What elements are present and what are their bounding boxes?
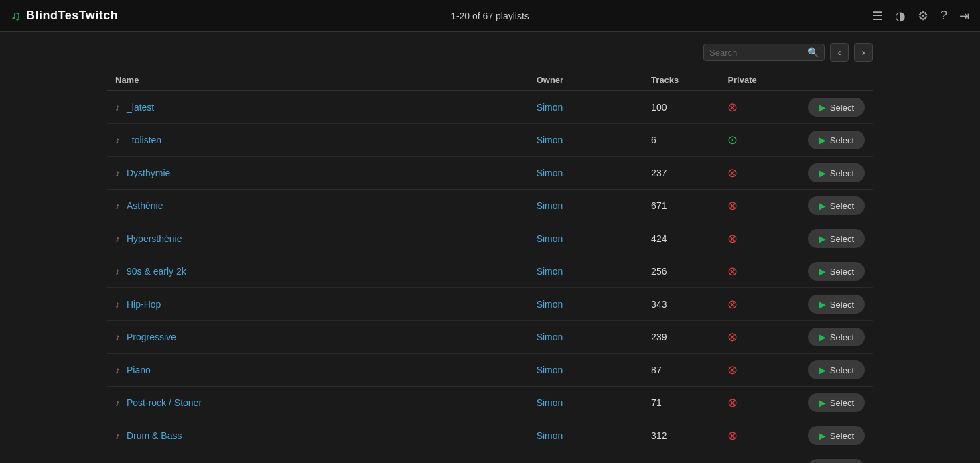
private-icon-red: ⊗ xyxy=(727,297,738,311)
name-cell: ♪ Drum & Bass xyxy=(115,430,520,441)
page-title: 1-20 of 67 playlists xyxy=(251,11,730,21)
prev-page-button[interactable]: ‹ xyxy=(830,43,849,62)
play-icon: ▶ xyxy=(819,430,826,441)
select-label: Select xyxy=(830,300,854,310)
music-icon: ♪ xyxy=(115,168,120,178)
table-row: ♪ Techno / House Simon60⊗ ▶ Select xyxy=(107,452,873,464)
name-cell: ♪ Hypersthénie xyxy=(115,233,520,244)
col-header-name: Name xyxy=(107,70,529,91)
play-icon: ▶ xyxy=(819,332,826,342)
owner-name: Simon xyxy=(537,430,563,441)
playlist-name[interactable]: Dysthymie xyxy=(127,168,170,178)
name-cell: ♪ 90s & early 2k xyxy=(115,266,520,277)
name-cell: ♪ Hip-Hop xyxy=(115,299,520,310)
play-icon: ▶ xyxy=(819,233,826,244)
exit-icon[interactable]: ⇥ xyxy=(959,9,969,23)
select-label: Select xyxy=(830,365,854,375)
gear-icon[interactable]: ⚙ xyxy=(918,9,928,23)
owner-name: Simon xyxy=(537,135,563,145)
private-icon-red: ⊗ xyxy=(727,396,738,409)
playlist-name[interactable]: Hypersthénie xyxy=(127,233,182,244)
music-icon: ♪ xyxy=(115,397,120,408)
brand: ♫ BlindTesTwitch xyxy=(11,8,251,23)
select-label: Select xyxy=(830,267,854,277)
playlist-name[interactable]: Asthénie xyxy=(127,200,163,211)
select-button[interactable]: ▶ Select xyxy=(808,360,865,379)
table-header: Name Owner Tracks Private xyxy=(107,70,873,91)
select-button[interactable]: ▶ Select xyxy=(808,393,865,412)
col-header-private: Private xyxy=(719,70,796,91)
help-icon[interactable]: ? xyxy=(940,9,947,23)
col-header-action xyxy=(796,70,873,91)
owner-name: Simon xyxy=(537,299,563,310)
select-button[interactable]: ▶ Select xyxy=(808,163,865,182)
select-button[interactable]: ▶ Select xyxy=(808,131,865,149)
playlist-name[interactable]: Post-rock / Stoner xyxy=(127,397,202,408)
next-page-button[interactable]: › xyxy=(854,43,873,62)
play-icon: ▶ xyxy=(819,397,826,408)
search-icon: 🔍 xyxy=(807,47,819,58)
music-icon: ♪ xyxy=(115,200,120,211)
select-label: Select xyxy=(830,201,854,211)
select-button[interactable]: ▶ Select xyxy=(808,459,865,463)
select-label: Select xyxy=(830,168,854,178)
private-icon-red: ⊗ xyxy=(727,265,738,278)
owner-name: Simon xyxy=(537,168,563,178)
select-button[interactable]: ▶ Select xyxy=(808,295,865,314)
tracks-count: 87 xyxy=(651,365,662,375)
table-row: ♪ Asthénie Simon671⊗ ▶ Select xyxy=(107,190,873,222)
content-area: 🔍 ‹ › Name Owner Tracks Private ♪ _lates… xyxy=(0,32,980,463)
list-icon[interactable]: ☰ xyxy=(872,9,883,23)
owner-name: Simon xyxy=(537,332,563,342)
private-icon-red: ⊗ xyxy=(727,101,738,114)
owner-name: Simon xyxy=(537,365,563,375)
select-button[interactable]: ▶ Select xyxy=(808,426,865,445)
playlist-name[interactable]: Progressive xyxy=(127,332,176,342)
table-row: ♪ Piano Simon87⊗ ▶ Select xyxy=(107,354,873,387)
music-icon: ♪ xyxy=(115,233,120,244)
table-row: ♪ Drum & Bass Simon312⊗ ▶ Select xyxy=(107,419,873,452)
select-button[interactable]: ▶ Select xyxy=(808,196,865,215)
name-cell: ♪ Piano xyxy=(115,365,520,375)
tracks-count: 424 xyxy=(651,233,667,244)
play-icon: ▶ xyxy=(819,365,826,375)
contrast-icon[interactable]: ◑ xyxy=(895,9,906,23)
select-button[interactable]: ▶ Select xyxy=(808,328,865,346)
music-icon: ♪ xyxy=(115,266,120,277)
table-row: ♪ Progressive Simon239⊗ ▶ Select xyxy=(107,321,873,354)
navbar: ♫ BlindTesTwitch 1-20 of 67 playlists ☰ … xyxy=(0,0,980,32)
playlist-name[interactable]: 90s & early 2k xyxy=(127,266,186,277)
owner-name: Simon xyxy=(537,397,563,408)
tracks-count: 6 xyxy=(651,135,656,145)
name-cell: ♪ _latest xyxy=(115,102,520,113)
table-body: ♪ _latest Simon100⊗ ▶ Select ♪ _tolisten… xyxy=(107,91,873,464)
select-button[interactable]: ▶ Select xyxy=(808,98,865,117)
playlist-name[interactable]: _tolisten xyxy=(127,135,161,145)
private-icon-green: ⊙ xyxy=(727,133,738,147)
tracks-count: 71 xyxy=(651,397,662,408)
name-cell: ♪ Progressive xyxy=(115,332,520,342)
play-icon: ▶ xyxy=(819,200,826,211)
play-icon: ▶ xyxy=(819,135,826,145)
play-icon: ▶ xyxy=(819,299,826,310)
tracks-count: 256 xyxy=(651,266,667,277)
select-label: Select xyxy=(830,234,854,244)
select-button[interactable]: ▶ Select xyxy=(808,229,865,248)
playlist-name[interactable]: Hip-Hop xyxy=(127,299,161,310)
search-input[interactable] xyxy=(709,48,803,58)
table-row: ♪ _tolisten Simon6⊙ ▶ Select xyxy=(107,124,873,157)
playlist-name[interactable]: Drum & Bass xyxy=(127,430,182,441)
playlist-name[interactable]: _latest xyxy=(127,102,154,113)
table-row: ♪ _latest Simon100⊗ ▶ Select xyxy=(107,91,873,124)
table-row: ♪ 90s & early 2k Simon256⊗ ▶ Select xyxy=(107,255,873,288)
playlist-name[interactable]: Piano xyxy=(127,365,151,375)
select-label: Select xyxy=(830,103,854,113)
select-button[interactable]: ▶ Select xyxy=(808,262,865,281)
music-icon: ♪ xyxy=(115,299,120,310)
owner-name: Simon xyxy=(537,266,563,277)
app-name: BlindTesTwitch xyxy=(26,9,118,23)
search-container: 🔍 xyxy=(703,44,825,61)
playlists-table: Name Owner Tracks Private ♪ _latest Simo… xyxy=(107,70,873,463)
table-row: ♪ Dysthymie Simon237⊗ ▶ Select xyxy=(107,157,873,190)
private-icon-red: ⊗ xyxy=(727,429,738,442)
